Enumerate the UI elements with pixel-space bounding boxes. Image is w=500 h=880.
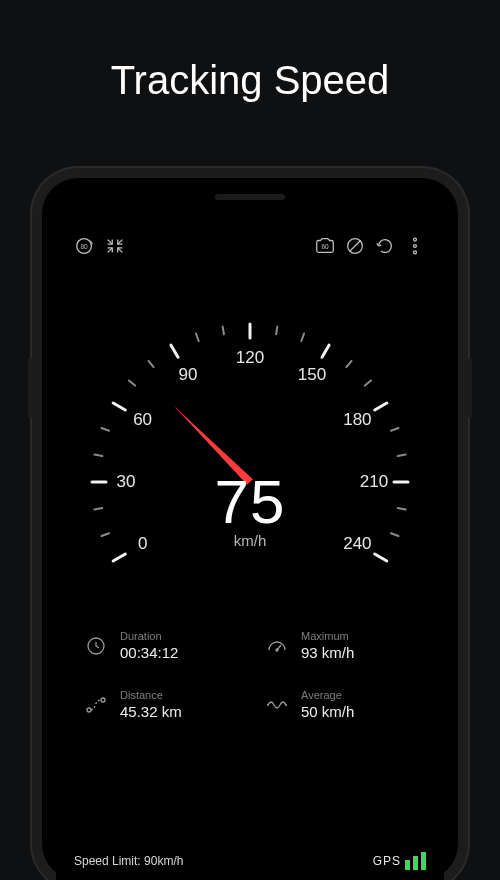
svg-point-33	[276, 649, 278, 651]
stat-label: Duration	[120, 630, 178, 642]
speed-limit-icon[interactable]: 80	[70, 231, 100, 261]
svg-point-6	[414, 251, 417, 254]
stat-label: Average	[301, 689, 354, 701]
svg-line-24	[276, 326, 277, 334]
svg-line-28	[391, 428, 399, 431]
tick-label: 120	[236, 348, 264, 368]
camera-icon[interactable]: 60	[310, 231, 340, 261]
stat-value: 50 km/h	[301, 703, 354, 720]
toolbar: 80 60	[56, 214, 444, 260]
theme-icon[interactable]	[340, 231, 370, 261]
route-icon	[84, 693, 108, 717]
svg-line-29	[398, 455, 406, 456]
svg-line-27	[365, 380, 371, 385]
stat-value: 45.32 km	[120, 703, 182, 720]
speed-unit: km/h	[234, 532, 267, 549]
svg-line-13	[375, 403, 387, 410]
speed-reading: 75	[215, 466, 286, 537]
svg-line-10	[171, 345, 178, 357]
stat-distance: Distance 45.32 km	[84, 689, 241, 720]
gps-status: GPS	[373, 852, 426, 870]
tick-label: 150	[298, 365, 326, 385]
svg-line-25	[301, 334, 304, 342]
tick-label: 210	[360, 472, 388, 492]
page-title: Tracking Speed	[0, 0, 500, 103]
app-screen: 80 60	[56, 214, 444, 880]
speedometer-gauge: 75 km/h 0306090120150180210240	[56, 282, 444, 622]
svg-line-9	[113, 403, 125, 410]
stats-grid: Duration 00:34:12 Maximum 93 km/h Dist	[56, 622, 444, 720]
clock-icon	[84, 634, 108, 658]
svg-point-4	[414, 238, 417, 241]
tick-label: 240	[343, 534, 371, 554]
svg-line-26	[346, 361, 351, 367]
minimize-icon[interactable]	[100, 231, 130, 261]
stat-value: 93 km/h	[301, 644, 354, 661]
svg-line-7	[113, 554, 125, 561]
svg-point-34	[87, 708, 91, 712]
svg-line-23	[223, 326, 224, 334]
svg-line-18	[94, 455, 102, 456]
phone-frame: 80 60	[42, 178, 458, 880]
svg-line-19	[102, 428, 110, 431]
svg-text:80: 80	[81, 243, 89, 250]
stat-label: Distance	[120, 689, 182, 701]
svg-line-22	[196, 334, 199, 342]
speed-limit-text: Speed Limit: 90km/h	[74, 854, 183, 868]
svg-line-17	[94, 508, 102, 509]
svg-line-12	[322, 345, 329, 357]
svg-line-20	[129, 380, 135, 385]
stat-average: Average 50 km/h	[265, 689, 422, 720]
stat-value: 00:34:12	[120, 644, 178, 661]
svg-line-15	[375, 554, 387, 561]
gauge-icon	[265, 634, 289, 658]
stat-maximum: Maximum 93 km/h	[265, 630, 422, 661]
svg-text:60: 60	[321, 243, 329, 250]
reset-icon[interactable]	[370, 231, 400, 261]
stat-label: Maximum	[301, 630, 354, 642]
svg-point-35	[101, 698, 105, 702]
svg-line-30	[398, 508, 406, 509]
gps-label: GPS	[373, 854, 401, 868]
footer-bar: Speed Limit: 90km/h GPS	[56, 852, 444, 870]
tick-label: 180	[343, 410, 371, 430]
svg-line-31	[391, 533, 399, 536]
signal-bars-icon	[405, 852, 426, 870]
menu-icon[interactable]	[400, 231, 430, 261]
tick-label: 0	[138, 534, 147, 554]
svg-point-5	[414, 245, 417, 248]
stat-duration: Duration 00:34:12	[84, 630, 241, 661]
svg-line-16	[102, 533, 110, 536]
tick-label: 90	[179, 365, 198, 385]
tick-label: 30	[117, 472, 136, 492]
svg-line-21	[148, 361, 153, 367]
tick-label: 60	[133, 410, 152, 430]
wave-icon	[265, 693, 289, 717]
